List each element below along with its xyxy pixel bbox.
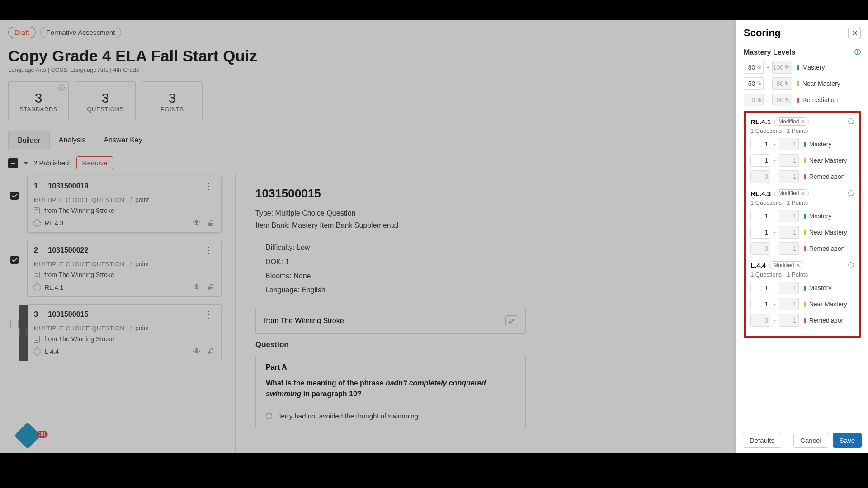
close-button[interactable]: ✕: [848, 27, 861, 39]
std-r-hi: 1: [779, 314, 799, 327]
question-standard: RL.4.1: [45, 284, 63, 291]
info-icon[interactable]: ⓘ: [848, 261, 854, 269]
tab-answer-key[interactable]: Answer Key: [94, 131, 151, 150]
mastery-lo-input[interactable]: 80%: [744, 61, 764, 74]
save-button[interactable]: Save: [833, 433, 862, 448]
std-m-lo[interactable]: 1: [750, 138, 770, 150]
question-standard: RL.4.3: [45, 220, 63, 227]
level-label: Remediation: [809, 173, 845, 180]
close-icon[interactable]: ✕: [801, 191, 805, 197]
stat-standards: ⓘ 3 STANDARDS: [8, 81, 69, 121]
standard-block: ⓘ RL.4.1 Modified✕ 1 Questions · 1 Point…: [750, 117, 854, 183]
question-type: MULTIPLE CHOICE QUESTION: [34, 197, 124, 203]
modified-pill[interactable]: Modified✕: [774, 117, 809, 126]
draft-badge: Draft: [8, 27, 36, 38]
mastery-hi-input: 100%: [772, 61, 792, 74]
chevron-down-icon[interactable]: [24, 162, 28, 164]
visibility-icon[interactable]: 👁: [193, 347, 201, 356]
close-icon: ✕: [852, 29, 858, 38]
highlighted-standards-frame: ⓘ RL.4.1 Modified✕ 1 Questions · 1 Point…: [744, 111, 861, 338]
question-card[interactable]: 2 1031500022 ⋮ MULTIPLE CHOICE QUESTION1…: [27, 240, 222, 297]
near-dot-icon: [797, 81, 799, 86]
question-id: 1031500022: [48, 246, 88, 254]
question-points: 1 point: [130, 196, 149, 203]
select-all-checkbox[interactable]: [8, 158, 18, 168]
drag-handle[interactable]: ⋮⋮: [19, 305, 28, 361]
rem-hi-input: 50%: [772, 94, 792, 106]
modified-pill[interactable]: Modified✕: [774, 189, 809, 197]
level-label: Near Mastery: [809, 157, 847, 164]
question-passage: from The Winning Stroke: [44, 271, 114, 278]
near-hi-input: 80%: [772, 77, 792, 90]
level-label: Remediation: [809, 245, 845, 252]
standard-block: ⓘ RL.4.3 Modified✕ 1 Questions · 1 Point…: [750, 189, 854, 255]
page-title: Copy Grade 4 ELA Fall Start Quiz: [8, 47, 860, 65]
visibility-icon[interactable]: 👁: [193, 219, 201, 228]
stat-standards-value: 3: [35, 90, 42, 106]
published-count: 2 Published:: [33, 159, 71, 167]
radio-icon[interactable]: [266, 413, 272, 419]
question-points: 1 point: [130, 324, 149, 332]
print-icon[interactable]: 🖨: [207, 347, 215, 356]
document-icon: [34, 207, 40, 214]
kebab-icon[interactable]: ⋮: [202, 181, 215, 192]
level-label: Remediation: [809, 317, 845, 324]
info-icon[interactable]: ⓘ: [848, 117, 854, 126]
question-type: MULTIPLE CHOICE QUESTION: [34, 325, 124, 332]
tag-icon: [33, 283, 42, 292]
visibility-icon[interactable]: 👁: [193, 283, 201, 292]
std-r-lo: 0: [750, 170, 770, 183]
question-id: 1031500019: [48, 182, 88, 190]
close-icon[interactable]: ✕: [796, 263, 800, 268]
std-n-lo[interactable]: 1: [750, 226, 770, 239]
tab-builder[interactable]: Builder: [8, 131, 50, 150]
question-body: Part A What is the meaning of the phrase…: [255, 355, 526, 428]
question-card[interactable]: 1 1031500019 ⋮ MULTIPLE CHOICE QUESTION1…: [27, 176, 222, 233]
passage-box[interactable]: from The Winning Stroke ⤢: [255, 308, 526, 334]
breadcrumb: Language Arts | CCSS: Language Arts | 4t…: [8, 66, 860, 73]
expand-icon[interactable]: ⤢: [505, 315, 517, 326]
answer-option[interactable]: Jerry had not avoided the thought of swi…: [266, 412, 515, 420]
stat-questions-label: QUESTIONS: [87, 106, 123, 113]
tabs: Builder Analysis Answer Key: [8, 131, 860, 150]
tag-icon: [33, 219, 42, 228]
stat-standards-label: STANDARDS: [19, 106, 57, 113]
std-m-lo[interactable]: 1: [750, 282, 770, 294]
kebab-icon[interactable]: ⋮: [202, 245, 215, 256]
kebab-icon[interactable]: ⋮: [202, 309, 215, 320]
std-n-lo[interactable]: 1: [750, 154, 770, 167]
std-n-hi: 1: [779, 226, 799, 239]
print-icon[interactable]: 🖨: [207, 219, 215, 228]
std-m-hi: 1: [779, 282, 799, 294]
question-checkbox[interactable]: [10, 192, 19, 200]
info-icon[interactable]: ⓘ: [848, 189, 854, 197]
part-a-label: Part A: [266, 363, 515, 371]
question-checkbox[interactable]: [10, 320, 19, 328]
level-label: Near Mastery: [809, 229, 847, 236]
defaults-button[interactable]: Defaults: [743, 433, 781, 448]
question-number: 3: [34, 310, 38, 318]
question-list: 1 1031500019 ⋮ MULTIPLE CHOICE QUESTION1…: [8, 176, 235, 453]
question-checkbox[interactable]: [10, 256, 19, 264]
info-icon[interactable]: ⓘ: [854, 48, 861, 56]
modified-pill[interactable]: Modified✕: [769, 261, 804, 269]
question-points: 1 point: [130, 260, 149, 267]
stat-questions-value: 3: [102, 90, 109, 106]
std-m-lo[interactable]: 1: [750, 210, 770, 222]
near-lo-input[interactable]: 50%: [744, 77, 764, 90]
std-n-lo[interactable]: 1: [750, 298, 770, 310]
close-icon[interactable]: ✕: [801, 119, 805, 125]
question-card[interactable]: ⋮⋮ 3 1031500015 ⋮ MULTIPLE CHOICE QUESTI…: [27, 304, 222, 361]
info-icon[interactable]: ⓘ: [58, 84, 65, 92]
std-r-lo: 0: [750, 242, 770, 255]
remove-button[interactable]: Remove: [76, 156, 113, 169]
tag-icon: [33, 347, 42, 356]
stat-questions: 3 QUESTIONS: [75, 81, 136, 121]
std-r-hi: 1: [779, 242, 799, 255]
tab-analysis[interactable]: Analysis: [50, 131, 95, 150]
mastery-dot-icon: [797, 65, 799, 70]
print-icon[interactable]: 🖨: [207, 283, 215, 292]
document-icon: [34, 336, 40, 343]
cancel-button[interactable]: Cancel: [793, 433, 828, 448]
level-label: Mastery: [809, 284, 832, 291]
